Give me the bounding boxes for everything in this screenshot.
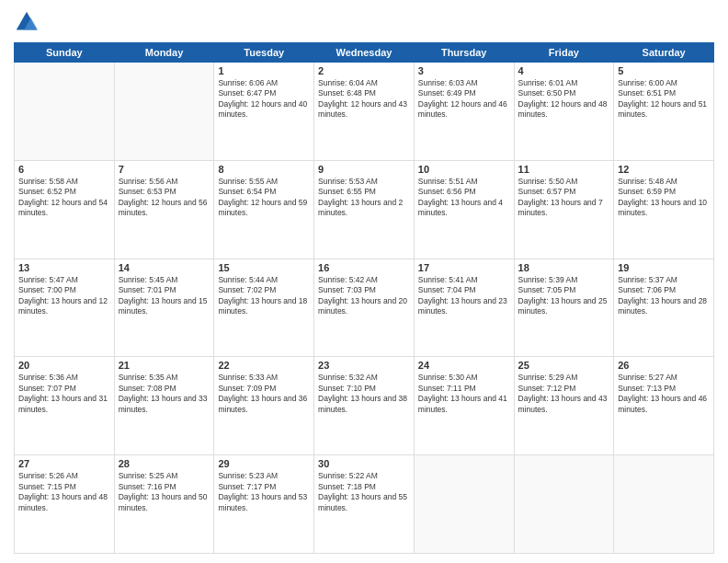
calendar-cell: 23Sunrise: 5:32 AM Sunset: 7:10 PM Dayli…	[314, 357, 415, 455]
day-info: Sunrise: 5:50 AM Sunset: 6:57 PM Dayligh…	[518, 177, 610, 219]
calendar-cell: 4Sunrise: 6:01 AM Sunset: 6:50 PM Daylig…	[514, 63, 614, 161]
calendar-cell: 24Sunrise: 5:30 AM Sunset: 7:11 PM Dayli…	[414, 357, 514, 455]
day-number: 25	[518, 360, 610, 371]
day-number: 6	[18, 164, 110, 175]
day-info: Sunrise: 5:48 AM Sunset: 6:59 PM Dayligh…	[618, 177, 710, 219]
day-number: 12	[618, 164, 710, 175]
day-info: Sunrise: 6:01 AM Sunset: 6:50 PM Dayligh…	[518, 78, 610, 121]
calendar-week-row: 1Sunrise: 6:06 AM Sunset: 6:47 PM Daylig…	[15, 63, 714, 161]
day-number: 30	[318, 458, 410, 469]
calendar-cell: 5Sunrise: 6:00 AM Sunset: 6:51 PM Daylig…	[614, 63, 714, 161]
header	[14, 9, 714, 35]
day-number: 11	[518, 164, 610, 175]
calendar-cell: 13Sunrise: 5:47 AM Sunset: 7:00 PM Dayli…	[15, 259, 115, 357]
day-info: Sunrise: 5:35 AM Sunset: 7:08 PM Dayligh…	[119, 373, 210, 415]
day-info: Sunrise: 5:56 AM Sunset: 6:53 PM Dayligh…	[119, 177, 210, 219]
day-info: Sunrise: 5:39 AM Sunset: 7:05 PM Dayligh…	[518, 275, 610, 317]
day-info: Sunrise: 6:04 AM Sunset: 6:48 PM Dayligh…	[318, 78, 410, 121]
day-number: 17	[418, 262, 510, 273]
calendar-cell: 12Sunrise: 5:48 AM Sunset: 6:59 PM Dayli…	[614, 160, 714, 259]
day-info: Sunrise: 5:23 AM Sunset: 7:17 PM Dayligh…	[218, 471, 310, 513]
day-info: Sunrise: 5:45 AM Sunset: 7:01 PM Dayligh…	[119, 275, 210, 317]
day-number: 5	[618, 65, 710, 76]
calendar-cell: 8Sunrise: 5:55 AM Sunset: 6:54 PM Daylig…	[214, 160, 314, 259]
day-info: Sunrise: 6:03 AM Sunset: 6:49 PM Dayligh…	[418, 78, 510, 121]
logo	[14, 9, 43, 35]
day-number: 7	[119, 164, 210, 175]
day-info: Sunrise: 5:51 AM Sunset: 6:56 PM Dayligh…	[418, 177, 510, 219]
calendar-cell	[414, 455, 514, 554]
day-number: 19	[618, 262, 710, 273]
day-header: Tuesday	[214, 43, 314, 63]
day-info: Sunrise: 5:25 AM Sunset: 7:16 PM Dayligh…	[119, 471, 210, 513]
page: SundayMondayTuesdayWednesdayThursdayFrid…	[0, 0, 728, 563]
day-number: 23	[318, 360, 410, 371]
day-number: 24	[418, 360, 510, 371]
calendar-cell: 6Sunrise: 5:58 AM Sunset: 6:52 PM Daylig…	[15, 160, 115, 259]
day-number: 21	[119, 360, 210, 371]
day-info: Sunrise: 5:47 AM Sunset: 7:00 PM Dayligh…	[18, 275, 110, 317]
day-number: 3	[418, 65, 510, 76]
calendar-cell: 27Sunrise: 5:26 AM Sunset: 7:15 PM Dayli…	[15, 455, 115, 554]
calendar-cell	[15, 63, 115, 161]
day-info: Sunrise: 5:41 AM Sunset: 7:04 PM Dayligh…	[418, 275, 510, 317]
day-number: 13	[18, 262, 110, 273]
day-header: Wednesday	[314, 43, 415, 63]
day-header: Saturday	[614, 43, 714, 63]
calendar-cell: 22Sunrise: 5:33 AM Sunset: 7:09 PM Dayli…	[214, 357, 314, 455]
day-info: Sunrise: 5:53 AM Sunset: 6:55 PM Dayligh…	[318, 177, 410, 219]
calendar-cell: 18Sunrise: 5:39 AM Sunset: 7:05 PM Dayli…	[514, 259, 614, 357]
calendar-cell: 21Sunrise: 5:35 AM Sunset: 7:08 PM Dayli…	[114, 357, 214, 455]
day-info: Sunrise: 5:27 AM Sunset: 7:13 PM Dayligh…	[618, 373, 710, 415]
calendar-cell: 19Sunrise: 5:37 AM Sunset: 7:06 PM Dayli…	[614, 259, 714, 357]
calendar-cell: 3Sunrise: 6:03 AM Sunset: 6:49 PM Daylig…	[414, 63, 514, 161]
calendar-cell: 2Sunrise: 6:04 AM Sunset: 6:48 PM Daylig…	[314, 63, 415, 161]
day-info: Sunrise: 5:32 AM Sunset: 7:10 PM Dayligh…	[318, 373, 410, 415]
day-info: Sunrise: 5:30 AM Sunset: 7:11 PM Dayligh…	[418, 373, 510, 415]
day-header: Thursday	[414, 43, 514, 63]
day-number: 8	[218, 164, 310, 175]
calendar-cell	[514, 455, 614, 554]
calendar: SundayMondayTuesdayWednesdayThursdayFrid…	[14, 42, 714, 554]
calendar-cell: 17Sunrise: 5:41 AM Sunset: 7:04 PM Dayli…	[414, 259, 514, 357]
day-info: Sunrise: 5:22 AM Sunset: 7:18 PM Dayligh…	[318, 471, 410, 513]
day-info: Sunrise: 5:37 AM Sunset: 7:06 PM Dayligh…	[618, 275, 710, 317]
day-info: Sunrise: 5:36 AM Sunset: 7:07 PM Dayligh…	[18, 373, 110, 415]
calendar-cell	[114, 63, 214, 161]
day-number: 15	[218, 262, 310, 273]
calendar-header-row: SundayMondayTuesdayWednesdayThursdayFrid…	[15, 43, 714, 63]
day-number: 9	[318, 164, 410, 175]
calendar-cell: 11Sunrise: 5:50 AM Sunset: 6:57 PM Dayli…	[514, 160, 614, 259]
day-info: Sunrise: 5:33 AM Sunset: 7:09 PM Dayligh…	[218, 373, 310, 415]
day-header: Friday	[514, 43, 614, 63]
calendar-cell: 30Sunrise: 5:22 AM Sunset: 7:18 PM Dayli…	[314, 455, 415, 554]
day-number: 26	[618, 360, 710, 371]
day-info: Sunrise: 5:26 AM Sunset: 7:15 PM Dayligh…	[18, 471, 110, 513]
calendar-week-row: 13Sunrise: 5:47 AM Sunset: 7:00 PM Dayli…	[15, 259, 714, 357]
calendar-cell: 26Sunrise: 5:27 AM Sunset: 7:13 PM Dayli…	[614, 357, 714, 455]
day-number: 22	[218, 360, 310, 371]
calendar-cell: 15Sunrise: 5:44 AM Sunset: 7:02 PM Dayli…	[214, 259, 314, 357]
calendar-cell	[614, 455, 714, 554]
day-number: 1	[218, 65, 310, 76]
day-info: Sunrise: 5:55 AM Sunset: 6:54 PM Dayligh…	[218, 177, 310, 219]
calendar-week-row: 27Sunrise: 5:26 AM Sunset: 7:15 PM Dayli…	[15, 455, 714, 554]
day-number: 10	[418, 164, 510, 175]
day-header: Sunday	[15, 43, 115, 63]
day-info: Sunrise: 5:44 AM Sunset: 7:02 PM Dayligh…	[218, 275, 310, 317]
day-info: Sunrise: 5:29 AM Sunset: 7:12 PM Dayligh…	[518, 373, 610, 415]
calendar-cell: 25Sunrise: 5:29 AM Sunset: 7:12 PM Dayli…	[514, 357, 614, 455]
calendar-cell: 1Sunrise: 6:06 AM Sunset: 6:47 PM Daylig…	[214, 63, 314, 161]
calendar-cell: 9Sunrise: 5:53 AM Sunset: 6:55 PM Daylig…	[314, 160, 415, 259]
day-number: 29	[218, 458, 310, 469]
logo-icon	[14, 9, 40, 35]
day-number: 28	[119, 458, 210, 469]
calendar-cell: 7Sunrise: 5:56 AM Sunset: 6:53 PM Daylig…	[114, 160, 214, 259]
day-number: 16	[318, 262, 410, 273]
calendar-cell: 14Sunrise: 5:45 AM Sunset: 7:01 PM Dayli…	[114, 259, 214, 357]
day-info: Sunrise: 6:00 AM Sunset: 6:51 PM Dayligh…	[618, 78, 710, 121]
calendar-cell: 28Sunrise: 5:25 AM Sunset: 7:16 PM Dayli…	[114, 455, 214, 554]
calendar-week-row: 6Sunrise: 5:58 AM Sunset: 6:52 PM Daylig…	[15, 160, 714, 259]
day-header: Monday	[114, 43, 214, 63]
day-info: Sunrise: 5:42 AM Sunset: 7:03 PM Dayligh…	[318, 275, 410, 317]
